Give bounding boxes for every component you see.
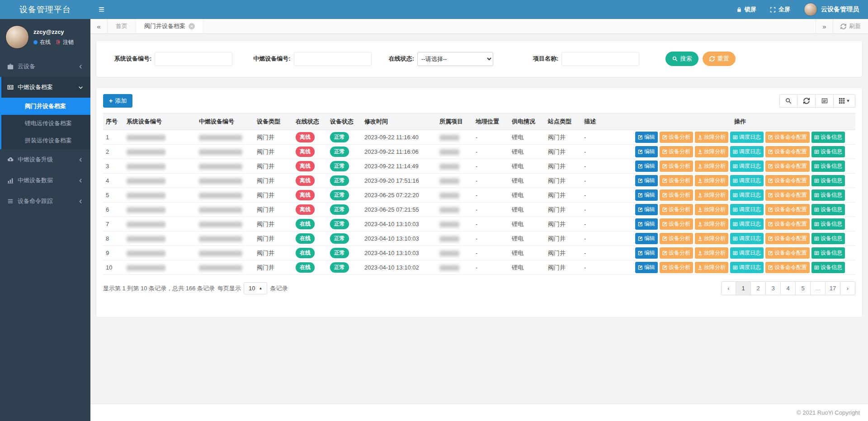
page-number[interactable]: 2 bbox=[751, 281, 766, 295]
table-row[interactable]: 10 阀门井 在线 正常 2023-04-10 13:10:02 - 锂电 阀门… bbox=[103, 260, 855, 275]
device-info-button[interactable]: 设备信息 bbox=[811, 233, 845, 244]
fault-analysis-button[interactable]: 故障分析 bbox=[695, 262, 728, 273]
zr-device-no-input[interactable] bbox=[294, 52, 372, 66]
edit-button[interactable]: 编辑 bbox=[635, 146, 658, 157]
fault-analysis-button[interactable]: 故障分析 bbox=[695, 189, 728, 201]
table-row[interactable]: 5 阀门井 离线 正常 2023-06-25 07:22:20 - 锂电 阀门井… bbox=[103, 188, 855, 203]
lock-screen-button[interactable]: 锁屏 bbox=[736, 5, 756, 14]
online-status-select[interactable]: --请选择-- bbox=[417, 52, 493, 66]
sidebar-item-device-upgrade[interactable]: 中燃设备升级 bbox=[0, 149, 90, 170]
tab-valve-well-archive[interactable]: 阀门井设备档案 × bbox=[136, 19, 203, 33]
dispatch-log-button[interactable]: 调度日志 bbox=[730, 189, 764, 201]
table-search-button[interactable] bbox=[779, 94, 797, 108]
fullscreen-button[interactable]: 全屏 bbox=[770, 5, 790, 14]
user-avatar[interactable] bbox=[5, 25, 29, 49]
device-info-button[interactable]: 设备信息 bbox=[811, 161, 845, 172]
table-row[interactable]: 8 阀门井 在线 正常 2023-04-10 13:10:03 - 锂电 阀门井… bbox=[103, 232, 855, 246]
device-analysis-button[interactable]: 设备分析 bbox=[660, 175, 693, 186]
device-command-config-button[interactable]: 设备命令配置 bbox=[765, 146, 810, 157]
device-analysis-button[interactable]: 设备分析 bbox=[660, 262, 693, 273]
reset-button[interactable]: 重置 bbox=[703, 52, 736, 66]
device-analysis-button[interactable]: 设备分析 bbox=[660, 161, 693, 172]
device-command-config-button[interactable]: 设备命令配置 bbox=[765, 204, 810, 215]
fault-analysis-button[interactable]: 故障分析 bbox=[695, 146, 728, 157]
close-tab-icon[interactable]: × bbox=[189, 23, 195, 29]
table-row[interactable]: 2 阀门井 离线 正常 2023-09-22 11:16:06 - 锂电 阀门井… bbox=[103, 145, 855, 159]
edit-button[interactable]: 编辑 bbox=[635, 132, 658, 143]
edit-button[interactable]: 编辑 bbox=[635, 233, 658, 244]
sidebar-item-valve-well-archive[interactable]: 阀门井设备档案 bbox=[1, 98, 90, 115]
page-number[interactable]: 3 bbox=[766, 281, 781, 295]
device-command-config-button[interactable]: 设备命令配置 bbox=[765, 218, 810, 230]
tab-refresh-button[interactable]: 刷新 bbox=[833, 19, 868, 33]
device-command-config-button[interactable]: 设备命令配置 bbox=[765, 247, 810, 259]
device-info-button[interactable]: 设备信息 bbox=[811, 204, 845, 215]
system-device-no-input[interactable] bbox=[155, 52, 232, 66]
dispatch-log-button[interactable]: 调度日志 bbox=[730, 233, 764, 244]
device-info-button[interactable]: 设备信息 bbox=[811, 218, 845, 230]
page-number[interactable]: 1 bbox=[736, 281, 751, 295]
page-prev[interactable]: ‹ bbox=[721, 281, 736, 295]
device-analysis-button[interactable]: 设备分析 bbox=[660, 189, 693, 201]
sidebar-item-lithium-remote-archive[interactable]: 锂电远传设备档案 bbox=[1, 115, 90, 132]
table-columns-button[interactable]: ▼ bbox=[834, 94, 855, 108]
sidebar-item-assembled-remote-archive[interactable]: 拼装远传设备档案 bbox=[1, 132, 90, 149]
sidebar-item-command-trace[interactable]: 设备命令跟踪 bbox=[0, 191, 90, 212]
edit-button[interactable]: 编辑 bbox=[635, 189, 658, 201]
fault-analysis-button[interactable]: 故障分析 bbox=[695, 218, 728, 230]
table-row[interactable]: 6 阀门井 离线 正常 2023-06-25 07:21:55 - 锂电 阀门井… bbox=[103, 203, 855, 217]
fault-analysis-button[interactable]: 故障分析 bbox=[695, 204, 728, 215]
table-detail-view-button[interactable] bbox=[816, 94, 834, 108]
fault-analysis-button[interactable]: 故障分析 bbox=[695, 175, 728, 186]
device-info-button[interactable]: 设备信息 bbox=[811, 247, 845, 259]
page-size-dropdown[interactable]: 10 ▲ bbox=[244, 282, 267, 294]
dispatch-log-button[interactable]: 调度日志 bbox=[730, 262, 764, 273]
table-row[interactable]: 4 阀门井 离线 正常 2023-09-20 17:51:16 - 锂电 阀门井… bbox=[103, 174, 855, 188]
device-info-button[interactable]: 设备信息 bbox=[811, 262, 845, 273]
page-next[interactable]: › bbox=[840, 281, 855, 295]
edit-button[interactable]: 编辑 bbox=[635, 218, 658, 230]
fault-analysis-button[interactable]: 故障分析 bbox=[695, 161, 728, 172]
edit-button[interactable]: 编辑 bbox=[635, 262, 658, 273]
table-row[interactable]: 7 阀门井 在线 正常 2023-04-10 13:10:03 - 锂电 阀门井… bbox=[103, 217, 855, 232]
tabs-scroll-left-icon[interactable]: « bbox=[90, 19, 108, 33]
tabs-scroll-right-icon[interactable]: » bbox=[816, 19, 833, 33]
sidebar-item-cloud-device[interactable]: 云设备 bbox=[0, 56, 90, 77]
device-info-button[interactable]: 设备信息 bbox=[811, 175, 845, 186]
table-row[interactable]: 3 阀门井 离线 正常 2023-09-22 11:14:49 - 锂电 阀门井… bbox=[103, 159, 855, 174]
tab-home[interactable]: 首页 bbox=[108, 19, 136, 33]
table-row[interactable]: 9 阀门井 在线 正常 2023-04-10 13:10:03 - 锂电 阀门井… bbox=[103, 246, 855, 260]
fault-analysis-button[interactable]: 故障分析 bbox=[695, 247, 728, 259]
device-analysis-button[interactable]: 设备分析 bbox=[660, 132, 693, 143]
page-number[interactable]: 5 bbox=[796, 281, 811, 295]
project-name-input[interactable] bbox=[561, 52, 639, 66]
edit-button[interactable]: 编辑 bbox=[635, 247, 658, 259]
page-number[interactable]: 4 bbox=[781, 281, 796, 295]
table-refresh-button[interactable] bbox=[797, 94, 816, 108]
edit-button[interactable]: 编辑 bbox=[635, 161, 658, 172]
search-button[interactable]: 搜索 bbox=[665, 52, 698, 66]
device-command-config-button[interactable]: 设备命令配置 bbox=[765, 132, 810, 143]
sidebar-item-zr-device-archive[interactable]: 中燃设备档案 bbox=[1, 77, 90, 98]
logout-link[interactable]: 注销 bbox=[56, 38, 74, 46]
device-command-config-button[interactable]: 设备命令配置 bbox=[765, 262, 810, 273]
edit-button[interactable]: 编辑 bbox=[635, 204, 658, 215]
device-analysis-button[interactable]: 设备分析 bbox=[660, 233, 693, 244]
dispatch-log-button[interactable]: 调度日志 bbox=[730, 218, 764, 230]
dispatch-log-button[interactable]: 调度日志 bbox=[730, 132, 764, 143]
device-analysis-button[interactable]: 设备分析 bbox=[660, 218, 693, 230]
dispatch-log-button[interactable]: 调度日志 bbox=[730, 161, 764, 172]
device-info-button[interactable]: 设备信息 bbox=[811, 146, 845, 157]
admin-user-menu[interactable]: 云设备管理员 bbox=[804, 3, 859, 16]
dispatch-log-button[interactable]: 调度日志 bbox=[730, 146, 764, 157]
dispatch-log-button[interactable]: 调度日志 bbox=[730, 204, 764, 215]
device-command-config-button[interactable]: 设备命令配置 bbox=[765, 233, 810, 244]
device-info-button[interactable]: 设备信息 bbox=[811, 132, 845, 143]
fault-analysis-button[interactable]: 故障分析 bbox=[695, 233, 728, 244]
device-analysis-button[interactable]: 设备分析 bbox=[660, 247, 693, 259]
sidebar-toggle-icon[interactable]: ≡ bbox=[99, 5, 104, 14]
device-command-config-button[interactable]: 设备命令配置 bbox=[765, 189, 810, 201]
table-row[interactable]: 1 阀门井 离线 正常 2023-09-22 11:16:40 - 锂电 阀门井… bbox=[103, 130, 855, 145]
dispatch-log-button[interactable]: 调度日志 bbox=[730, 247, 764, 259]
device-analysis-button[interactable]: 设备分析 bbox=[660, 204, 693, 215]
